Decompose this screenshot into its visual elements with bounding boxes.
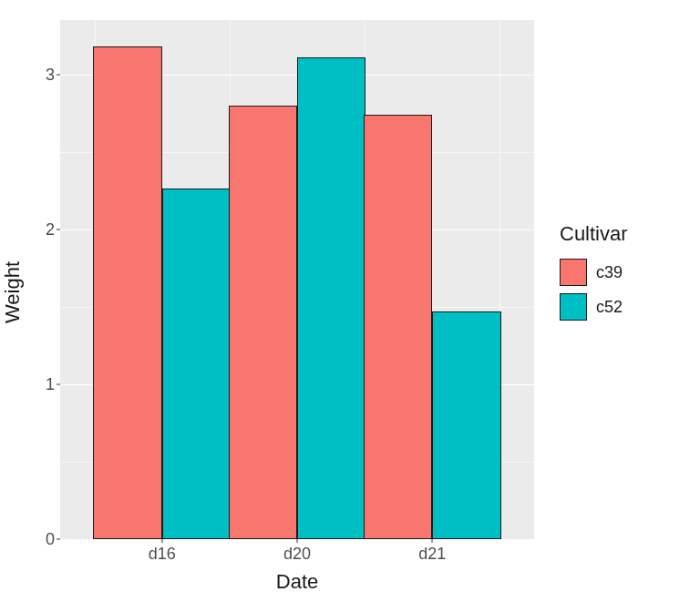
legend: Cultivar c39c52 — [560, 222, 628, 328]
bar-c52-d16 — [162, 189, 231, 539]
x-tick-mark — [161, 539, 162, 543]
bar-c39-d21 — [364, 115, 432, 539]
legend-title: Cultivar — [560, 222, 628, 246]
x-tick-label: d20 — [283, 539, 311, 564]
x-tick-mark — [432, 539, 433, 543]
x-tick-label: d16 — [149, 539, 176, 564]
x-axis-title: Date — [276, 570, 318, 594]
y-tick-mark — [57, 74, 60, 75]
y-tick-mark — [57, 229, 60, 230]
legend-swatch-c52 — [560, 293, 587, 321]
x-tick-mark — [297, 539, 298, 543]
y-tick-mark — [57, 539, 60, 540]
x-tick-label: d21 — [418, 539, 446, 564]
bar-c39-d16 — [93, 46, 161, 539]
bar-c52-d21 — [432, 311, 500, 539]
legend-item-c52: c52 — [560, 293, 628, 321]
legend-swatch-c39 — [560, 259, 587, 286]
y-tick-mark — [57, 383, 60, 384]
bar-c39-d20 — [229, 106, 297, 539]
bar-c52-d20 — [297, 57, 365, 539]
legend-label: c52 — [596, 298, 623, 317]
legend-label: c39 — [596, 263, 623, 282]
figure: 0123d16d20d21 Weight Date Cultivar c39c5… — [0, 0, 700, 612]
y-axis-title: Weight — [1, 261, 25, 323]
plot-panel: 0123d16d20d21 — [60, 20, 534, 539]
legend-item-c39: c39 — [560, 259, 628, 286]
